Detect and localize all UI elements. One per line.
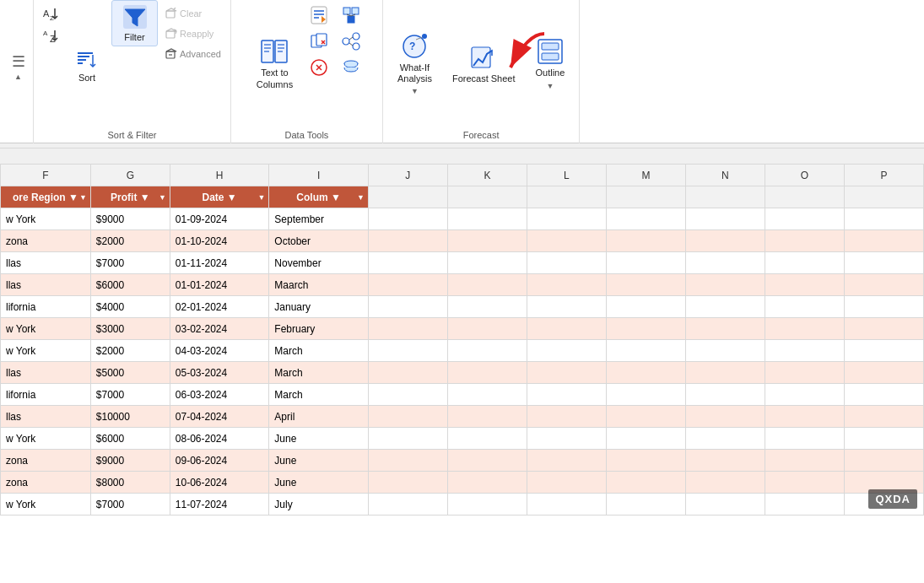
cell-2-10[interactable] [844, 252, 923, 274]
flash-fill-button[interactable] [305, 3, 332, 27]
cell-4-8[interactable] [685, 296, 765, 318]
cell-5-9[interactable] [765, 318, 844, 340]
cell-0-8[interactable] [685, 208, 765, 230]
cell-1-6[interactable] [527, 230, 606, 252]
manage-data-model-button[interactable] [338, 56, 365, 79]
cell-4-4[interactable] [368, 296, 447, 318]
cell-9-0[interactable]: llas [1, 406, 91, 428]
cell-5-10[interactable] [844, 318, 923, 340]
cell-10-6[interactable] [527, 428, 606, 450]
cell-8-0[interactable]: lifornia [1, 384, 91, 406]
cell-1-4[interactable] [368, 230, 447, 252]
cell-4-3[interactable]: January [269, 296, 369, 318]
cell-7-0[interactable]: llas [1, 362, 91, 384]
cell-13-6[interactable] [527, 494, 606, 516]
cell-12-1[interactable]: $8000 [90, 472, 170, 494]
cell-7-3[interactable]: March [269, 362, 369, 384]
filter-button[interactable]: Filter [111, 0, 158, 46]
cell-3-5[interactable] [447, 274, 527, 296]
advanced-button[interactable]: Advanced [161, 46, 225, 62]
cell-0-1[interactable]: $9000 [90, 208, 170, 230]
cell-0-2[interactable]: 01-09-2024 [170, 208, 269, 230]
cell-4-9[interactable] [765, 296, 844, 318]
cell-6-6[interactable] [527, 340, 606, 362]
cell-13-7[interactable] [606, 494, 685, 516]
cell-11-4[interactable] [368, 450, 447, 472]
cell-2-4[interactable] [368, 252, 447, 274]
cell-2-8[interactable] [685, 252, 765, 274]
text-to-columns-button[interactable]: Text toColumns [249, 0, 300, 128]
sort-button[interactable]: Sort [66, 0, 108, 128]
cell-8-6[interactable] [527, 384, 606, 406]
cell-5-5[interactable] [447, 318, 527, 340]
cell-5-8[interactable] [685, 318, 765, 340]
cell-10-1[interactable]: $6000 [90, 428, 170, 450]
cell-3-6[interactable] [527, 274, 606, 296]
cell-4-6[interactable] [527, 296, 606, 318]
data-validation-button[interactable] [305, 56, 332, 79]
cell-12-9[interactable] [765, 472, 844, 494]
cell-7-8[interactable] [685, 362, 765, 384]
cell-11-1[interactable]: $9000 [90, 450, 170, 472]
cell-11-6[interactable] [527, 450, 606, 472]
cell-6-8[interactable] [685, 340, 765, 362]
cell-3-3[interactable]: Maarch [269, 274, 369, 296]
cell-0-0[interactable]: w York [1, 208, 91, 230]
cell-10-5[interactable] [447, 428, 527, 450]
cell-5-4[interactable] [368, 318, 447, 340]
cell-10-0[interactable]: w York [1, 428, 91, 450]
cell-4-1[interactable]: $4000 [90, 296, 170, 318]
cell-12-8[interactable] [685, 472, 765, 494]
cell-1-5[interactable] [447, 230, 527, 252]
header-profit[interactable]: Profit ▼ [90, 186, 170, 208]
cell-4-5[interactable] [447, 296, 527, 318]
cell-0-5[interactable] [447, 208, 527, 230]
cell-6-10[interactable] [844, 340, 923, 362]
cell-1-9[interactable] [765, 230, 844, 252]
cell-4-2[interactable]: 02-01-2024 [170, 296, 269, 318]
cell-9-4[interactable] [368, 406, 447, 428]
header-store-region[interactable]: ore Region ▼ [1, 186, 91, 208]
ribbon-collapse-button[interactable]: ☰ ▲ [8, 49, 29, 84]
cell-8-8[interactable] [685, 384, 765, 406]
cell-10-4[interactable] [368, 428, 447, 450]
cell-6-2[interactable]: 04-03-2024 [170, 340, 269, 362]
cell-9-9[interactable] [765, 406, 844, 428]
cell-2-0[interactable]: llas [1, 252, 91, 274]
cell-6-7[interactable] [606, 340, 685, 362]
cell-8-3[interactable]: March [269, 384, 369, 406]
cell-2-6[interactable] [527, 252, 606, 274]
cell-9-5[interactable] [447, 406, 527, 428]
cell-7-2[interactable]: 05-03-2024 [170, 362, 269, 384]
cell-0-3[interactable]: September [269, 208, 369, 230]
cell-1-2[interactable]: 01-10-2024 [170, 230, 269, 252]
cell-11-10[interactable] [844, 450, 923, 472]
cell-10-10[interactable] [844, 428, 923, 450]
cell-9-8[interactable] [685, 406, 765, 428]
cell-9-7[interactable] [606, 406, 685, 428]
cell-5-7[interactable] [606, 318, 685, 340]
cell-12-5[interactable] [447, 472, 527, 494]
cell-4-0[interactable]: lifornia [1, 296, 91, 318]
cell-5-3[interactable]: February [269, 318, 369, 340]
cell-6-3[interactable]: March [269, 340, 369, 362]
cell-11-0[interactable]: zona [1, 450, 91, 472]
cell-13-2[interactable]: 11-07-2024 [170, 494, 269, 516]
cell-0-9[interactable] [765, 208, 844, 230]
cell-11-7[interactable] [606, 450, 685, 472]
cell-0-7[interactable] [606, 208, 685, 230]
cell-1-3[interactable]: October [269, 230, 369, 252]
forecast-sheet-button[interactable]: Forecast Sheet [445, 0, 523, 128]
cell-9-3[interactable]: April [269, 406, 369, 428]
cell-10-8[interactable] [685, 428, 765, 450]
cell-12-6[interactable] [527, 472, 606, 494]
cell-13-9[interactable] [765, 494, 844, 516]
cell-9-6[interactable] [527, 406, 606, 428]
cell-1-1[interactable]: $2000 [90, 230, 170, 252]
cell-12-2[interactable]: 10-06-2024 [170, 472, 269, 494]
cell-0-4[interactable] [368, 208, 447, 230]
clear-button[interactable]: Clear [161, 5, 225, 22]
cell-0-10[interactable] [844, 208, 923, 230]
consolidate-button[interactable] [338, 3, 365, 27]
what-if-analysis-button[interactable]: ? What-IfAnalysis ▼ [390, 0, 440, 128]
